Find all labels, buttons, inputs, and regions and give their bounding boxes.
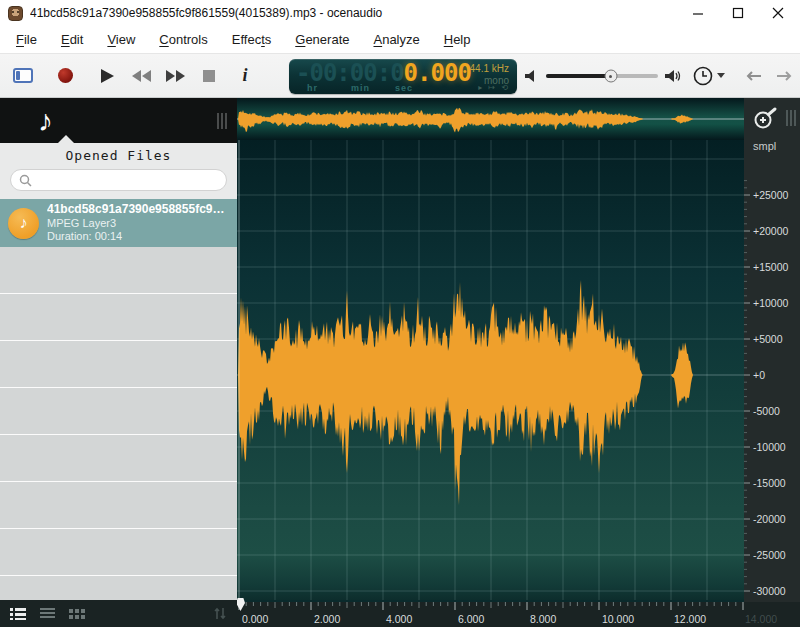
info-icon: i xyxy=(242,65,247,86)
empty-list-row xyxy=(0,576,237,600)
fast-forward-icon xyxy=(166,70,185,82)
sidebar-status-bar xyxy=(0,600,237,627)
audio-file-icon: ♪ xyxy=(8,208,39,239)
empty-list-row xyxy=(0,482,237,529)
undo-back-button[interactable] xyxy=(744,70,762,82)
record-button[interactable] xyxy=(48,59,82,93)
play-button[interactable] xyxy=(90,59,124,93)
file-duration: Duration: 00:14 xyxy=(47,230,227,243)
scale-label: -15000 xyxy=(753,477,786,489)
playback-mode-icons: ▸ ↦ ⟲ xyxy=(478,83,510,92)
empty-list-row xyxy=(0,388,237,435)
menu-item-controls[interactable]: Controls xyxy=(149,28,217,51)
axis-label: 6.000 xyxy=(458,613,484,625)
axis-label: 2.000 xyxy=(314,613,340,625)
scale-tick-marks xyxy=(744,98,800,602)
menu-item-help[interactable]: Help xyxy=(434,28,481,51)
menu-bar: FileEditViewControlsEffectsGenerateAnaly… xyxy=(0,26,800,54)
redo-forward-button[interactable] xyxy=(776,70,794,82)
menu-item-effects[interactable]: Effects xyxy=(222,28,282,51)
volume-slider-thumb[interactable] xyxy=(604,70,617,83)
axis-label-ghost: 14.000 xyxy=(745,613,777,625)
info-button[interactable]: i xyxy=(228,59,262,93)
app-logo-icon xyxy=(8,6,23,21)
menu-item-view[interactable]: View xyxy=(97,28,145,51)
panel-notch xyxy=(58,135,74,143)
time-display[interactable]: -00:00:00.000 hr min sec 44.1 kHz mono ▸… xyxy=(289,59,517,94)
window-title: 41bcd58c91a7390e958855fc9f861559(4015389… xyxy=(30,6,690,20)
menu-item-edit[interactable]: Edit xyxy=(51,28,93,51)
empty-list-row xyxy=(0,294,237,341)
scale-label: +10000 xyxy=(753,297,788,309)
music-note-icon: ♪ xyxy=(38,106,53,136)
menu-item-file[interactable]: File xyxy=(6,28,47,51)
unit-min: min xyxy=(351,83,370,93)
scale-label: -10000 xyxy=(753,441,786,453)
close-button[interactable] xyxy=(770,5,786,21)
volume-control xyxy=(524,54,683,98)
time-axis[interactable]: 0.0002.0004.0006.0008.00010.00012.000 14… xyxy=(237,602,800,627)
scale-label: -20000 xyxy=(753,513,786,525)
clock-icon xyxy=(692,65,714,87)
empty-list-row xyxy=(0,435,237,482)
maximize-button[interactable] xyxy=(730,5,746,21)
sidebar: ♪ Opened Files ♪ 41bcd58c91a7390e958855f… xyxy=(0,98,237,627)
empty-list-row xyxy=(0,529,237,576)
volume-high-icon[interactable] xyxy=(664,69,683,83)
search-input[interactable] xyxy=(37,173,218,187)
title-bar: 41bcd58c91a7390e958855fc9f861559(4015389… xyxy=(0,0,800,26)
grid-view-button[interactable] xyxy=(69,607,86,620)
scale-label: -30000 xyxy=(753,585,786,597)
amplitude-scale-panel[interactable]: smpl +25000+20000+15000+10000+5000+0-500… xyxy=(744,98,800,602)
waveform-overview-strip[interactable] xyxy=(237,98,744,140)
minimize-button[interactable] xyxy=(690,5,706,21)
play-icon xyxy=(101,69,114,83)
scale-label: -5000 xyxy=(753,405,780,417)
file-format: MPEG Layer3 xyxy=(47,217,227,230)
opened-file-item[interactable]: ♪ 41bcd58c91a7390e958855fc9f861559(40153… xyxy=(0,199,237,247)
detailed-list-view-button[interactable] xyxy=(10,607,26,620)
time-format-button[interactable] xyxy=(692,59,725,93)
opened-files-panel-header: Opened Files xyxy=(0,143,237,199)
stop-button[interactable] xyxy=(192,59,226,93)
sort-order-icon[interactable] xyxy=(213,607,227,620)
time-value: 0.000 xyxy=(404,59,471,87)
file-list-empty-area xyxy=(0,247,237,600)
scale-label: +5000 xyxy=(753,333,783,345)
stop-icon xyxy=(203,70,215,82)
scale-label: +25000 xyxy=(753,189,788,201)
axis-label: 12.000 xyxy=(674,613,706,625)
axis-label: 8.000 xyxy=(530,613,556,625)
toolbar: i -00:00:00.000 hr min sec 44.1 kHz mono… xyxy=(0,54,800,98)
chevron-down-icon xyxy=(717,73,725,79)
file-name: 41bcd58c91a7390e958855fc9f861559(4015389… xyxy=(47,203,227,217)
menu-item-analyze[interactable]: Analyze xyxy=(363,28,429,51)
scale-label: +0 xyxy=(753,369,765,381)
volume-slider[interactable] xyxy=(546,74,658,78)
sidebar-icon xyxy=(13,68,33,83)
axis-label: 4.000 xyxy=(386,613,412,625)
menu-item-generate[interactable]: Generate xyxy=(285,28,359,51)
toggle-sidebar-button[interactable] xyxy=(6,59,40,93)
volume-low-icon[interactable] xyxy=(524,69,540,83)
empty-list-row xyxy=(0,247,237,294)
scale-label: -25000 xyxy=(753,549,786,561)
empty-list-row xyxy=(0,341,237,388)
scale-label: +15000 xyxy=(753,261,788,273)
unit-hr: hr xyxy=(307,83,318,93)
sidebar-grip-handle[interactable] xyxy=(217,113,227,129)
rewind-icon xyxy=(132,70,151,82)
file-search-box[interactable] xyxy=(10,169,227,191)
sidebar-top-bar: ♪ xyxy=(0,98,237,143)
waveform-main-view[interactable] xyxy=(237,140,744,600)
fast-forward-button[interactable] xyxy=(158,59,192,93)
compact-list-view-button[interactable] xyxy=(40,607,55,620)
scale-label: +20000 xyxy=(753,225,788,237)
axis-label: 0.000 xyxy=(242,613,268,625)
rewind-button[interactable] xyxy=(124,59,158,93)
panel-title: Opened Files xyxy=(10,148,227,163)
app-window: 41bcd58c91a7390e958855fc9f861559(4015389… xyxy=(0,0,800,627)
axis-label: 10.000 xyxy=(602,613,634,625)
search-icon xyxy=(19,174,32,187)
waveform-editor: smpl +25000+20000+15000+10000+5000+0-500… xyxy=(237,98,800,627)
